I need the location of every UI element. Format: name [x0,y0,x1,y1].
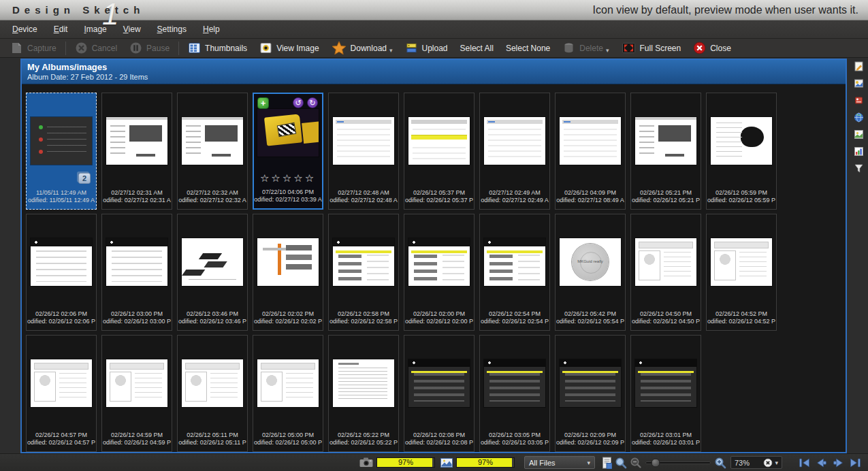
thumbnail-caption: 02/26/12 04:52 PModified: 02/26/12 04:52… [707,309,776,330]
thumbnail-image-area [102,93,172,188]
colors-icon[interactable] [852,94,865,106]
rotate-left-icon[interactable]: ↺ [293,97,304,108]
thumbnails-button[interactable]: Thumbnails [182,40,253,56]
geolocation-icon[interactable] [852,111,865,123]
thumbnail-item[interactable]: 02/26/12 05:59 PModified: 02/26/12 05:59… [706,93,777,210]
thumbnail-item[interactable]: 02/26/12 02:09 PModified: 02/26/12 02:09… [555,335,626,452]
thumbnail-item[interactable]: 02/26/12 05:22 PModified: 02/26/12 05:22… [328,335,399,452]
thumbnail-item[interactable]: 02/26/12 02:00 PModified: 02/26/12 02:00… [404,214,475,331]
upload-label: Upload [422,44,448,53]
rating-stars[interactable]: ☆☆☆☆☆ [254,171,322,187]
thumbnail-date: 02/26/12 05:42 PM [556,310,625,318]
thumbnail-item[interactable]: 02/26/12 02:58 PModified: 02/26/12 02:58… [328,214,399,331]
thumbnail-item[interactable]: 02/26/12 04:52 PModified: 02/26/12 04:52… [706,214,777,331]
zoom-slider[interactable] [645,461,711,464]
chevron-down-icon[interactable]: ▾ [389,43,393,54]
thumbnail-image [31,238,92,286]
thumbnail-modified: odified: 02/27/12 02:48 A [329,197,398,204]
thumbnail-image-area [253,336,323,430]
menu-item-help[interactable]: Help [196,22,227,37]
view-image-button[interactable]: View Image [253,40,325,56]
thumbnail-image-area [178,336,247,430]
chevron-down-icon[interactable]: ▾ [775,459,778,466]
select-none-button[interactable]: Select None [500,42,556,54]
properties-icon[interactable] [852,60,865,72]
thumbnail-item[interactable]: 02/27/12 02:31 AModified: 02/27/12 02:31… [101,93,172,210]
thumbnail-item[interactable]: 02/26/12 03:46 PModified: 02/26/12 03:46… [177,214,248,331]
thumbnail-item[interactable]: 02/26/12 05:11 PModified: 02/26/12 05:11… [177,335,248,452]
thumbnail-caption: 02/26/12 02:08 PModified: 02/26/12 02:08… [404,430,474,451]
menu-item-settings[interactable]: Settings [150,22,193,37]
first-image-button[interactable] [797,457,811,468]
zoom-level-box[interactable]: 73% ▾ [730,456,782,469]
thumbnail-modified: odified: 02/26/12 02:09 P [556,439,625,446]
histogram-icon[interactable] [852,145,865,157]
image-info-icon[interactable] [602,457,612,469]
thumbnail-date: 02/26/12 02:08 PM [404,432,474,439]
upload-button[interactable]: Upload [399,40,454,56]
close-button[interactable]: Close [687,40,737,56]
thumbnail-item[interactable]: 02/26/12 03:01 PModified: 02/26/12 03:01… [630,335,701,452]
capture-icon [10,42,23,54]
thumbnail-modified: odified: 02/26/12 03:05 P [480,439,549,446]
thumbnail-image [635,238,696,286]
full-screen-button[interactable]: Full Screen [615,40,688,56]
thumbnail-item[interactable]: 02/26/12 02:02 PModified: 02/26/12 02:02… [253,214,323,331]
download-button[interactable]: Download▾ [325,39,399,56]
thumbnail-image [484,117,545,165]
thumbnail-image-area [102,214,172,309]
image-progress-label: 97% [457,458,514,467]
thumbnail-item[interactable]: 02/27/12 02:48 AModified: 02/27/12 02:48… [328,93,399,210]
delete-icon [562,42,575,54]
metadata-icon[interactable] [852,77,865,89]
rotate-right-icon[interactable]: ↻ [307,97,318,108]
thumbnail-image [408,238,470,286]
thumbnail-item[interactable]: MKGuid really02/26/12 05:42 PModified: 0… [555,214,626,331]
zoom-reset-icon[interactable] [763,458,773,468]
menu-item-device[interactable]: Device [5,22,44,37]
thumbnail-caption: 02/26/12 02:06 PModified: 02/26/12 02:06… [27,309,96,330]
menu-item-edit[interactable]: Edit [47,22,75,37]
thumbnail-item[interactable]: 02/26/12 04:59 PModified: 02/26/12 04:59… [101,335,172,452]
thumbnail-item[interactable]: 02/26/12 04:57 PModified: 02/26/12 04:57… [26,335,97,452]
thumbnail-date: 02/26/12 02:54 PM [480,310,549,318]
add-tag-icon[interactable]: + [257,97,269,109]
next-image-button[interactable] [831,457,846,468]
thumbnail-date: 02/26/12 02:09 PM [556,432,625,439]
thumbnail-item[interactable]: 02/27/12 02:32 AModified: 02/27/12 02:32… [177,93,248,210]
thumbnail-item[interactable]: 02/26/12 05:00 PModified: 02/26/12 05:00… [253,335,323,452]
image-progress-bar: 97% [456,457,515,468]
thumbnail-caption: 02/26/12 04:50 PModified: 02/26/12 04:50… [631,309,701,330]
thumbnail-image [711,117,772,165]
thumbnail-modified: odified: 02/26/12 02:06 P [27,318,96,325]
zoom-fit-icon[interactable] [615,457,627,469]
thumbnail-item[interactable]: 02/26/12 02:06 PModified: 02/26/12 02:06… [26,214,97,331]
menu-item-view[interactable]: View [116,22,148,37]
zoom-in-icon[interactable] [714,457,726,469]
thumbnail-item[interactable]: 02/26/12 04:09 PModified: 02/27/12 08:49… [555,93,626,210]
thumbnails-icon [188,42,201,54]
thumbnail-item[interactable]: 02/26/12 03:00 PModified: 02/26/12 03:00… [101,214,172,331]
thumbnail-item[interactable]: 02/27/12 02:49 AModified: 02/27/12 02:49… [479,93,550,210]
thumbnail-item[interactable]: 02/26/12 05:21 PModified: 02/26/12 05:21… [630,93,701,210]
zoom-out-icon[interactable] [630,457,642,469]
thumbnail-modified: odified: 02/26/12 05:22 P [329,439,398,446]
thumbnail-item[interactable]: 02/26/12 02:08 PModified: 02/26/12 02:08… [404,335,475,452]
thumbnail-item[interactable]: 02/26/12 03:05 PModified: 02/26/12 03:05… [479,335,550,452]
thumbnail-item[interactable]: 02/26/12 04:50 PModified: 02/26/12 04:50… [630,214,701,331]
zoom-slider-handle[interactable] [652,458,660,467]
album-subtitle: Album Date: 27 Feb 2012 - 29 Items [27,73,840,81]
filters-icon[interactable] [852,162,865,174]
select-all-button[interactable]: Select All [454,42,500,54]
thumbnail-item[interactable]: +↺↻☆☆☆☆☆07/22/10 04:06 PModified: 02/27/… [253,93,323,210]
thumbnail-item[interactable]: 211/05/11 12:49 AModified: 11/05/11 12:4… [26,93,97,210]
previous-image-button[interactable] [814,457,829,468]
last-image-button[interactable] [848,457,863,468]
file-filter-dropdown[interactable]: All Files ▾ [524,456,595,469]
thumbnail-image [106,238,167,286]
capture-button: Capture [4,40,63,56]
close-label: Close [710,44,731,53]
captions-icon[interactable] [852,128,865,140]
thumbnail-item[interactable]: 02/26/12 02:54 PModified: 02/26/12 02:54… [479,214,550,331]
thumbnail-item[interactable]: 02/26/12 05:37 PModified: 02/26/12 05:37… [404,93,475,210]
